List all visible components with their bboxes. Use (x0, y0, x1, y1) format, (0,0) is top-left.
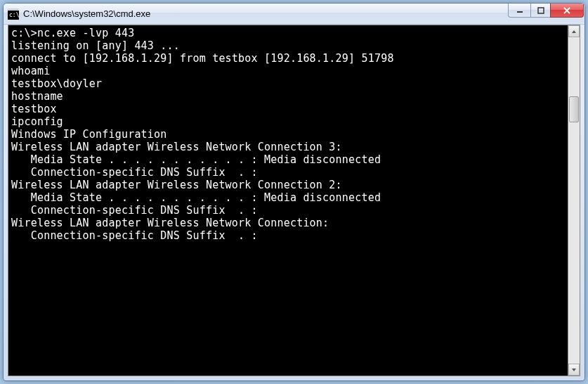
terminal-line: whoami (11, 65, 568, 77)
scroll-thumb[interactable] (569, 96, 579, 122)
window-title: C:\Windows\system32\cmd.exe (23, 8, 508, 19)
terminal-line: Wireless LAN adapter Wireless Network Co… (11, 217, 568, 229)
svg-text:c:\: c:\ (9, 12, 19, 18)
client-area: c:\>nc.exe -lvp 443listening on [any] 44… (8, 25, 580, 376)
terminal-line: c:\>nc.exe -lvp 443 (11, 27, 568, 39)
terminal-output[interactable]: c:\>nc.exe -lvp 443listening on [any] 44… (8, 25, 568, 376)
terminal-line: ipconfig (11, 115, 568, 128)
terminal-line: connect to [192.168.1.29] from testbox [… (11, 52, 568, 65)
scroll-up-button[interactable] (568, 25, 580, 37)
terminal-line: Media State . . . . . . . . . . . : Medi… (11, 191, 568, 204)
close-button[interactable] (550, 4, 584, 18)
terminal-line: Windows IP Configuration (11, 128, 568, 141)
cmd-window: c:\ C:\Windows\system32\cmd.exe c:\>nc.e… (3, 3, 585, 381)
window-controls (508, 4, 584, 18)
maximize-button[interactable] (530, 4, 550, 18)
terminal-line: Wireless LAN adapter Wireless Network Co… (11, 141, 568, 153)
scrollbar[interactable] (568, 25, 580, 376)
cmd-icon: c:\ (8, 8, 19, 20)
terminal-line: Connection-specific DNS Suffix . : (11, 229, 568, 242)
terminal-line: testbox (11, 103, 568, 115)
minimize-button[interactable] (508, 4, 530, 18)
terminal-line: Media State . . . . . . . . . . . : Medi… (11, 153, 568, 166)
scroll-down-button[interactable] (568, 364, 580, 376)
svg-rect-3 (517, 11, 523, 13)
terminal-line: listening on [any] 443 ... (11, 39, 568, 52)
titlebar[interactable]: c:\ C:\Windows\system32\cmd.exe (4, 4, 584, 25)
terminal-line: Wireless LAN adapter Wireless Network Co… (11, 179, 568, 191)
terminal-line: Connection-specific DNS Suffix . : (11, 166, 568, 179)
terminal-line: hostname (11, 90, 568, 103)
scroll-track[interactable] (568, 37, 580, 364)
svg-rect-1 (8, 8, 19, 11)
svg-rect-4 (538, 8, 544, 13)
terminal-line: testbox\doyler (11, 77, 568, 90)
terminal-line: Connection-specific DNS Suffix . : (11, 204, 568, 217)
